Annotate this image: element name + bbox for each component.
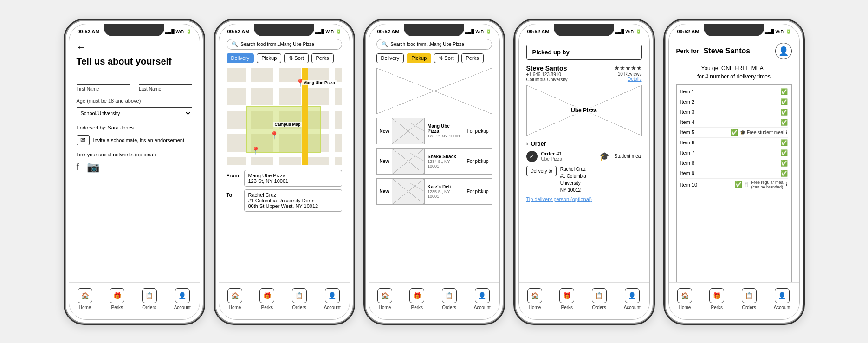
restaurant-label: Mang Ube Pizza: [302, 80, 337, 85]
food-img-1: [392, 118, 425, 144]
nav-account-1[interactable]: 👤 Account: [174, 288, 191, 310]
tip-link[interactable]: Tip delivery person (optional): [526, 196, 642, 202]
nav-perks-5[interactable]: 🎁 Perks: [709, 288, 724, 310]
perks-icon-4: 🎁: [559, 288, 574, 303]
last-name-input[interactable]: [139, 75, 192, 85]
nav-perks-3[interactable]: 🎁 Perks: [409, 288, 424, 310]
phone-2: 09:52 AM ▂▄█ WiFi 🔋 🔍 Delivery Pickup ⇅ …: [214, 19, 355, 325]
perk-desc-line2: for # number of delivery times: [676, 72, 792, 81]
perk-item-8[interactable]: Item 8 ✅: [680, 158, 788, 168]
school-select[interactable]: School/University: [77, 107, 192, 119]
nav-home-label-5: Home: [679, 305, 691, 310]
from-field[interactable]: Mang Ube Pizza123 St, NY 10001: [244, 170, 342, 187]
signal-icon-5: ▂▄█: [765, 29, 774, 34]
to-field[interactable]: Rachel Cruz#1 Columbia University Dorm80…: [244, 189, 342, 212]
nav-perks-4[interactable]: 🎁 Perks: [559, 288, 574, 310]
signal-icon: ▂▄█: [165, 29, 175, 34]
perk-item-6[interactable]: Item 6 ✅: [680, 138, 788, 148]
perk-item-7[interactable]: Item 7 ✅: [680, 148, 788, 158]
filter-delivery-3[interactable]: Delivery: [376, 53, 404, 63]
perk-item-2[interactable]: Item 2 ✅: [680, 97, 788, 107]
nav-home-3[interactable]: 🏠 Home: [377, 288, 392, 310]
notch-1: [104, 24, 164, 36]
filter-sort-2[interactable]: ⇅ Sort: [284, 53, 308, 63]
screen-pickup: 🔍 Delivery Pickup ⇅ Sort Perks New: [369, 37, 499, 319]
meal-icon: 🎓: [598, 150, 611, 163]
orders-icon-2: 📋: [292, 288, 307, 303]
filter-delivery-2[interactable]: Delivery: [227, 53, 254, 63]
time-2: 09:52 AM: [227, 29, 250, 34]
back-button[interactable]: ←: [77, 42, 192, 52]
instagram-icon[interactable]: 📷: [87, 161, 99, 173]
orders-icon-3: 📋: [442, 288, 457, 303]
nav-home-4[interactable]: 🏠 Home: [527, 288, 542, 310]
filter-pickup-2[interactable]: Pickup: [257, 53, 281, 63]
perk-item-9[interactable]: Item 9 ✅: [680, 168, 788, 179]
invite-text[interactable]: Invite a schoolmate, it's an endorsement: [93, 137, 185, 143]
filter-pickup-3[interactable]: Pickup: [407, 53, 431, 63]
meal-label: Student meal: [615, 154, 642, 159]
time-5: 09:52 AM: [677, 29, 700, 34]
food-item-2[interactable]: New Shake Shack 1234 St, NY 10001 For pi…: [376, 148, 492, 175]
screen-map: 🔍 Delivery Pickup ⇅ Sort Perks: [219, 37, 350, 319]
perk-check-8: ✅: [780, 160, 788, 167]
facebook-icon[interactable]: f: [77, 161, 79, 173]
first-name-input[interactable]: [77, 75, 130, 85]
food-info-3: Katz's Deli 1235 St, NY 10001: [425, 182, 464, 201]
search-bar-2[interactable]: 🔍: [227, 39, 342, 50]
wifi-icon-2: WiFi: [326, 29, 335, 34]
search-input-2[interactable]: [241, 42, 337, 47]
perk-item-3[interactable]: Item 3 ✅: [680, 107, 788, 117]
perks-icon-2: 🎁: [259, 288, 274, 303]
nav-perks-2[interactable]: 🎁 Perks: [259, 288, 274, 310]
person-name: Steve Santos: [526, 65, 568, 72]
account-icon-5: 👤: [775, 288, 790, 303]
perk-item-4[interactable]: Item 4 ✅: [680, 117, 788, 128]
food-item-3[interactable]: New Katz's Deli 1235 St, NY 10001 For pi…: [376, 178, 492, 205]
perk-note-label-10: Free regular meal(can be branded): [751, 180, 784, 189]
nav-home-5[interactable]: 🏠 Home: [677, 288, 692, 310]
food-name-2: Shake Shack: [428, 154, 461, 159]
perk-item-10[interactable]: Item 10 ✅ 🍴 Free regular meal(can be bra…: [680, 179, 788, 191]
perk-check-4: ✅: [780, 119, 788, 126]
nav-account-label-1: Account: [174, 305, 191, 310]
search-bar-3[interactable]: 🔍: [376, 39, 492, 50]
nav-account-label-4: Account: [624, 305, 641, 310]
map-area: 📍 Mang Ube Pizza 📍 Campus Map 📍: [227, 68, 342, 165]
food-badge-2: New: [377, 149, 393, 174]
nav-account-5[interactable]: 👤 Account: [774, 288, 790, 310]
perk-check-9: ✅: [780, 170, 788, 177]
nav-home-2[interactable]: 🏠 Home: [227, 288, 242, 310]
nav-orders-4[interactable]: 📋 Orders: [592, 288, 607, 310]
food-item-1[interactable]: New Mang Ube Pizza 123 St, NY 10001 For …: [376, 118, 492, 144]
filter-sort-3[interactable]: ⇅ Sort: [434, 53, 458, 63]
nav-orders-3[interactable]: 📋 Orders: [442, 288, 457, 310]
nav-orders-1[interactable]: 📋 Orders: [142, 288, 157, 310]
nav-perks-1[interactable]: 🎁 Perks: [110, 288, 124, 310]
nav-perks-label-4: Perks: [561, 305, 573, 310]
filter-perks-3[interactable]: Perks: [461, 53, 484, 63]
details-link[interactable]: Details: [614, 77, 642, 82]
perk-item-5[interactable]: Item 5 ✅ 🎓 Free student meal ℹ: [680, 128, 788, 138]
person-info: Steve Santos +1.646.123.8910 Columbia Un…: [526, 65, 568, 82]
nav-orders-2[interactable]: 📋 Orders: [292, 288, 307, 310]
filter-perks-2[interactable]: Perks: [311, 53, 334, 63]
delivery-pin: 📍: [251, 146, 260, 155]
nav-account-label-3: Account: [474, 305, 491, 310]
search-icon-3: 🔍: [382, 41, 388, 47]
orders-icon-5: 📋: [742, 288, 757, 303]
search-input-3[interactable]: [391, 42, 487, 47]
perk-item-7-label: Item 7: [680, 150, 695, 155]
nav-account-4[interactable]: 👤 Account: [624, 288, 641, 310]
perk-header: Perk for Steve Santos 👤: [676, 39, 792, 61]
nav-home-1[interactable]: 🏠 Home: [78, 288, 92, 310]
bottom-nav-5: 🏠 Home 🎁 Perks 📋 Orders 👤 Account: [669, 282, 799, 319]
perks-icon-5: 🎁: [709, 288, 724, 303]
user-name: Steve Santos: [704, 47, 750, 55]
nav-orders-5[interactable]: 📋 Orders: [742, 288, 757, 310]
nav-account-3[interactable]: 👤 Account: [474, 288, 491, 310]
perk-item-1[interactable]: Item 1 ✅: [680, 87, 788, 97]
nav-account-2[interactable]: 👤 Account: [324, 288, 341, 310]
last-name-field: Last Name: [139, 75, 192, 91]
food-pickup-1: For pickup: [464, 118, 492, 144]
